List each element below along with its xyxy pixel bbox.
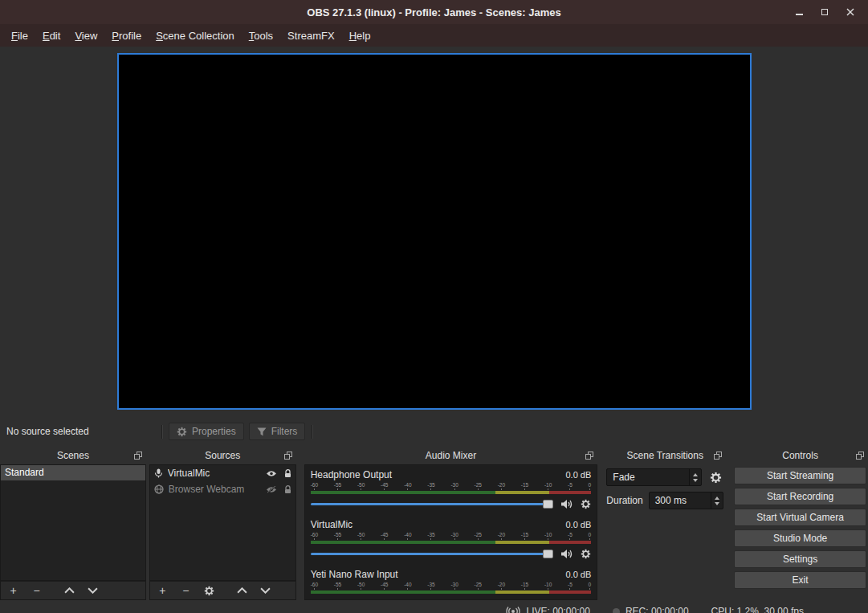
move-source-up-button[interactable] [237, 587, 247, 594]
minimize-icon [796, 14, 803, 15]
channel-settings-gear-icon[interactable] [581, 549, 591, 559]
speaker-icon[interactable] [560, 499, 573, 509]
visibility-icon[interactable] [266, 470, 277, 477]
controls-title: Controls [782, 450, 818, 461]
slider-handle[interactable] [543, 500, 553, 509]
preview-canvas[interactable] [117, 53, 752, 410]
sources-list: VirtualMic [149, 464, 296, 581]
tick-label: 0 [589, 532, 592, 540]
move-scene-down-button[interactable] [88, 587, 98, 594]
scene-transitions-header[interactable]: Scene Transitions [604, 447, 726, 464]
broadcast-icon [506, 607, 520, 613]
transition-properties-button[interactable] [707, 469, 723, 485]
duration-spinner[interactable] [711, 492, 723, 509]
visibility-off-icon[interactable] [266, 486, 277, 493]
properties-button[interactable]: Properties [169, 423, 244, 440]
tick-label: -30 [450, 482, 458, 490]
status-bar: LIVE: 00:00:00 REC: 00:00:00 CPU: 1.2%, … [0, 602, 868, 613]
duration-spinbox[interactable]: 300 ms [649, 492, 724, 509]
start-virtual-camera-button[interactable]: Start Virtual Camera [734, 509, 866, 526]
filters-button[interactable]: Filters [249, 423, 306, 440]
tick-label: -55 [334, 532, 341, 540]
menu-streamfx[interactable]: StreamFX [280, 26, 342, 46]
tick-label: -45 [381, 482, 388, 490]
tick-label: -45 [381, 582, 388, 590]
combo-spinner[interactable] [689, 469, 701, 485]
menu-profile[interactable]: Profile [104, 26, 149, 46]
live-status: LIVE: 00:00:00 [506, 606, 589, 613]
menu-scene-collection[interactable]: Scene Collection [149, 26, 242, 46]
chevron-up-icon [237, 587, 247, 594]
rec-status: REC: 00:00:00 [613, 606, 689, 613]
volume-slider[interactable] [311, 546, 554, 562]
move-source-down-button[interactable] [260, 587, 271, 594]
popout-icon[interactable] [585, 452, 593, 460]
obs-window: OBS 27.1.3 (linux) - Profile: James - Sc… [0, 0, 868, 613]
sources-header[interactable]: Sources [149, 447, 296, 464]
tick-label: -25 [475, 482, 482, 490]
tick-label: -30 [450, 532, 458, 540]
exit-button[interactable]: Exit [734, 571, 866, 589]
menu-edit[interactable]: Edit [35, 26, 67, 46]
maximize-button[interactable] [820, 7, 829, 17]
minimize-button[interactable] [794, 7, 804, 17]
start-recording-button[interactable]: Start Recording [734, 488, 866, 505]
tick-label: -50 [357, 582, 365, 590]
tick-label: -25 [475, 582, 482, 590]
tick-label: -10 [544, 482, 552, 490]
popout-icon[interactable] [134, 452, 142, 460]
globe-icon [154, 484, 164, 494]
lock-icon[interactable] [284, 485, 291, 494]
popout-icon[interactable] [714, 452, 722, 460]
menu-help[interactable]: Help [342, 26, 378, 46]
menu-view[interactable]: View [67, 26, 104, 46]
slider-handle[interactable] [543, 550, 553, 558]
volume-meter [311, 591, 592, 594]
move-scene-up-button[interactable] [64, 587, 75, 594]
tick-label: -5 [568, 582, 573, 590]
tick-label: -40 [404, 532, 411, 540]
source-row-virtualmic[interactable]: VirtualMic [150, 465, 295, 481]
controls-header[interactable]: Controls [732, 447, 868, 464]
chevron-down-icon [88, 587, 98, 594]
channel-name: Headphone Output [311, 469, 392, 480]
transition-select[interactable]: Fade [606, 468, 702, 486]
mixer-channel-yeti-nano: Yeti Nano Raw Input 0.0 dB -60-55-50-45-… [311, 567, 592, 594]
popout-icon[interactable] [856, 452, 864, 460]
scene-item-standard[interactable]: Standard [1, 465, 145, 480]
popout-icon[interactable] [284, 452, 292, 460]
menu-file[interactable]: File [4, 26, 35, 46]
tick-label: -20 [498, 532, 505, 540]
scenes-title: Scenes [57, 450, 89, 461]
scenes-panel: Scenes Standard + − [0, 447, 146, 600]
tick-label: 0 [589, 482, 592, 490]
source-row-browser-webcam[interactable]: Browser Webcam [150, 481, 295, 497]
channel-settings-gear-icon[interactable] [581, 499, 591, 509]
channel-db-value: 0.0 dB [566, 520, 592, 529]
tick-label: -55 [334, 482, 341, 490]
maximize-icon [821, 9, 828, 15]
speaker-icon[interactable] [560, 549, 573, 559]
mixer-channel-virtualmic: VirtualMic 0.0 dB -60-55-50-45-40-35-30-… [311, 517, 592, 562]
settings-button[interactable]: Settings [734, 550, 866, 568]
source-properties-button[interactable] [204, 586, 214, 596]
scenes-header[interactable]: Scenes [0, 447, 146, 464]
tick-label: -10 [544, 582, 552, 590]
volume-slider[interactable] [311, 497, 554, 512]
audio-mixer-header[interactable]: Audio Mixer [304, 447, 598, 464]
lock-icon[interactable] [284, 469, 291, 478]
scenes-toolbar: + − [0, 581, 146, 600]
tick-label: -40 [404, 482, 411, 490]
channel-db-value: 0.0 dB [566, 470, 592, 480]
close-icon [846, 8, 854, 16]
record-dot-icon [613, 608, 620, 613]
titlebar[interactable]: OBS 27.1.3 (linux) - Profile: James - Sc… [0, 0, 868, 24]
rec-time: REC: 00:00:00 [626, 606, 689, 613]
performance-stats: CPU: 1.2%, 30.00 fps [711, 606, 804, 613]
no-source-label: No source selected [0, 426, 157, 437]
transition-selected-value: Fade [613, 472, 634, 483]
close-button[interactable] [846, 7, 855, 17]
menu-tools[interactable]: Tools [242, 26, 280, 46]
studio-mode-button[interactable]: Studio Mode [734, 529, 866, 547]
start-streaming-button[interactable]: Start Streaming [734, 467, 866, 484]
